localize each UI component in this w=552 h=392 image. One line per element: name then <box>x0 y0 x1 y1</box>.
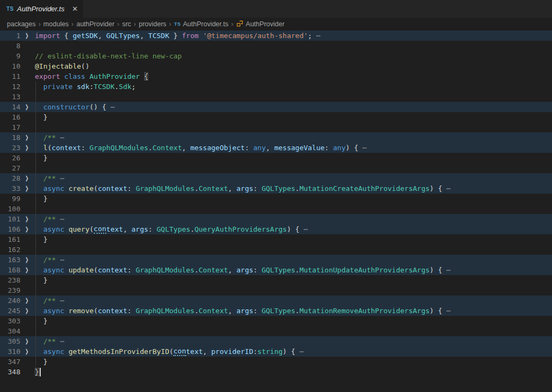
fold-chevron-icon[interactable]: ❯ <box>20 255 33 264</box>
code-line[interactable]: 303 } <box>0 316 552 326</box>
breadcrumb-item-authprovider-ts[interactable]: TSAuthProvider.ts <box>174 20 228 28</box>
line-number[interactable]: 14 <box>0 103 20 111</box>
code-line[interactable]: 162 <box>0 245 552 255</box>
code-line[interactable]: 239 <box>0 285 552 295</box>
line-number[interactable]: 11 <box>0 72 20 80</box>
line-gutter[interactable]: 8 <box>0 41 33 51</box>
line-number[interactable]: 8 <box>0 42 20 50</box>
line-number[interactable]: 240 <box>0 297 20 305</box>
line-gutter[interactable]: 13 <box>0 92 33 102</box>
breadcrumb-item-packages[interactable]: packages <box>7 20 36 28</box>
line-number[interactable]: 101 <box>0 215 20 223</box>
code-line-content[interactable]: } <box>33 153 552 163</box>
code-line-content[interactable]: async getMethodsInProviderByID(context, … <box>33 346 552 357</box>
line-gutter[interactable]: 106❯ <box>0 224 33 234</box>
line-gutter[interactable]: 163❯ <box>0 255 33 265</box>
code-line-content[interactable] <box>33 122 552 132</box>
code-line-content[interactable]: } <box>33 234 552 245</box>
line-gutter[interactable]: 240❯ <box>0 295 33 306</box>
code-editor[interactable]: 1❯import { getSDK, GQLTypes, TCSDK } fro… <box>0 31 552 392</box>
fold-chevron-icon[interactable]: ❯ <box>20 306 33 315</box>
line-gutter[interactable]: 11 <box>0 71 33 82</box>
line-gutter[interactable]: 304 <box>0 326 33 336</box>
line-gutter[interactable]: 168❯ <box>0 265 33 275</box>
line-gutter[interactable]: 1❯ <box>0 31 33 41</box>
code-line-content[interactable] <box>33 204 552 214</box>
line-gutter[interactable]: 310❯ <box>0 346 33 357</box>
code-line-content[interactable] <box>33 285 552 295</box>
line-number[interactable]: 9 <box>0 52 20 60</box>
code-line[interactable]: 1❯import { getSDK, GQLTypes, TCSDK } fro… <box>0 31 552 41</box>
code-line-content[interactable]: constructor() { ⋯ <box>33 102 552 112</box>
code-line-content[interactable]: /** ⋯ <box>33 336 552 346</box>
code-line-content[interactable] <box>33 92 552 102</box>
line-gutter[interactable]: 162 <box>0 245 33 255</box>
code-line-content[interactable]: /** ⋯ <box>33 132 552 143</box>
breadcrumb-item-authprovider[interactable]: AuthProvider <box>236 20 284 29</box>
code-line[interactable]: 100 <box>0 204 552 214</box>
line-gutter[interactable]: 99 <box>0 194 33 204</box>
line-number[interactable]: 27 <box>0 164 20 172</box>
line-gutter[interactable]: 27 <box>0 163 33 173</box>
line-number[interactable]: 310 <box>0 347 20 356</box>
code-line[interactable]: 9// eslint-disable-next-line new-cap <box>0 51 552 61</box>
fold-chevron-icon[interactable]: ❯ <box>20 296 33 305</box>
code-line-content[interactable]: /** ⋯ <box>33 173 552 183</box>
line-number[interactable]: 18 <box>0 134 20 142</box>
code-line-content[interactable] <box>33 41 552 51</box>
fold-chevron-icon[interactable]: ❯ <box>20 102 33 112</box>
code-line[interactable]: 99 } <box>0 194 552 204</box>
code-line-content[interactable]: // eslint-disable-next-line new-cap <box>33 51 552 61</box>
code-line-content[interactable] <box>33 245 552 255</box>
code-line[interactable]: 17 <box>0 122 552 132</box>
breadcrumb-item-src[interactable]: src <box>122 20 131 28</box>
code-line-content[interactable]: export class AuthProvider { <box>33 71 552 82</box>
code-line-content[interactable] <box>33 326 552 336</box>
line-number[interactable]: 12 <box>0 83 20 91</box>
line-number[interactable]: 26 <box>0 154 20 162</box>
breadcrumb-item-providers[interactable]: providers <box>139 20 166 28</box>
fold-chevron-icon[interactable]: ❯ <box>20 225 33 234</box>
code-line-content[interactable]: } <box>33 367 552 377</box>
code-line[interactable]: 245❯ async remove(context: GraphQLModule… <box>0 306 552 316</box>
line-gutter[interactable]: 33❯ <box>0 183 33 194</box>
code-line[interactable]: 238 } <box>0 275 552 285</box>
code-line[interactable]: 304 <box>0 326 552 336</box>
line-gutter[interactable]: 347 <box>0 357 33 367</box>
line-number[interactable]: 238 <box>0 276 20 284</box>
line-gutter[interactable]: 238 <box>0 275 33 285</box>
close-icon[interactable]: ✕ <box>72 5 78 13</box>
code-line-content[interactable]: private sdk:TCSDK.Sdk; <box>33 82 552 92</box>
line-number[interactable]: 99 <box>0 195 20 203</box>
line-gutter[interactable]: 348 <box>0 367 33 377</box>
line-number[interactable]: 305 <box>0 337 20 345</box>
code-line-content[interactable]: async query(context, args: GQLTypes.Quer… <box>33 224 552 234</box>
line-gutter[interactable]: 14❯ <box>0 102 33 112</box>
code-line[interactable]: 163❯ /** ⋯ <box>0 255 552 265</box>
code-line[interactable]: 18❯ /** ⋯ <box>0 132 552 143</box>
line-number[interactable]: 161 <box>0 235 20 243</box>
code-line-content[interactable]: @Injectable() <box>33 61 552 71</box>
line-gutter[interactable]: 245❯ <box>0 306 33 316</box>
line-gutter[interactable]: 305❯ <box>0 336 33 346</box>
code-line-content[interactable]: /** ⋯ <box>33 255 552 265</box>
line-number[interactable]: 13 <box>0 93 20 101</box>
code-line-content[interactable]: l(context: GraphQLModules.Context, messa… <box>33 143 552 153</box>
line-gutter[interactable]: 101❯ <box>0 214 33 224</box>
line-number[interactable]: 28 <box>0 174 20 182</box>
line-number[interactable]: 106 <box>0 225 20 233</box>
line-gutter[interactable]: 161 <box>0 234 33 245</box>
code-line[interactable]: 310❯ async getMethodsInProviderByID(cont… <box>0 346 552 357</box>
code-line[interactable]: 16 } <box>0 112 552 122</box>
code-line-content[interactable] <box>33 163 552 173</box>
line-gutter[interactable]: 9 <box>0 51 33 61</box>
line-number[interactable]: 100 <box>0 205 20 213</box>
line-number[interactable]: 16 <box>0 113 20 121</box>
fold-chevron-icon[interactable]: ❯ <box>20 337 33 346</box>
line-number[interactable]: 348 <box>0 368 20 376</box>
code-line[interactable]: 8 <box>0 41 552 51</box>
line-gutter[interactable]: 23❯ <box>0 143 33 153</box>
code-line[interactable]: 10@Injectable() <box>0 61 552 71</box>
fold-chevron-icon[interactable]: ❯ <box>20 215 33 224</box>
code-line[interactable]: 33❯ async create(context: GraphQLModules… <box>0 183 552 194</box>
